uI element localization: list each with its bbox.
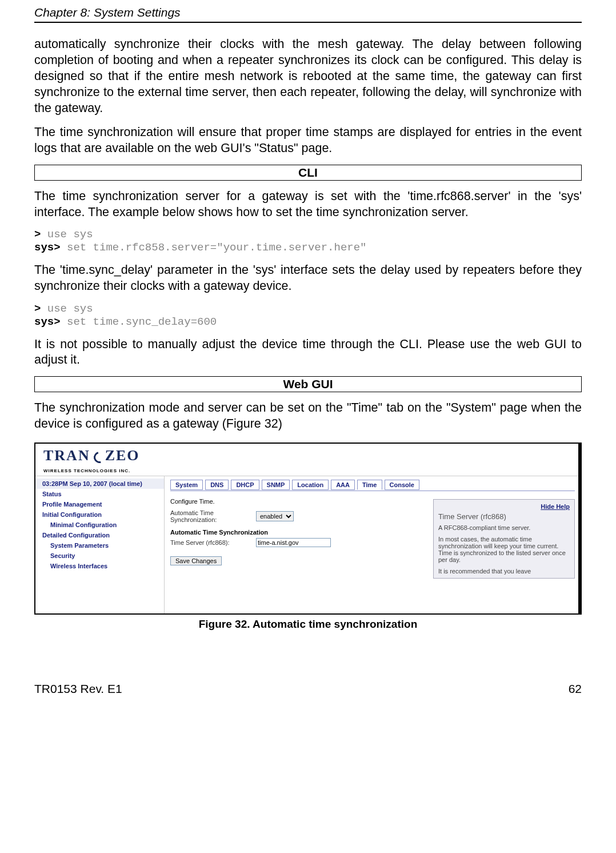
help-line-2: In most cases, the automatic time synchr… <box>438 536 570 563</box>
footer-page-number: 62 <box>569 682 582 696</box>
tab-location[interactable]: Location <box>292 480 329 490</box>
logo-bar: TRANZEO WIRELESS TECHNOLOGIES INC. <box>35 444 581 476</box>
tab-dns[interactable]: DNS <box>205 480 229 490</box>
sidebar: 03:28PM Sep 10, 2007 (local time) Status… <box>35 476 165 613</box>
cli-block-1: > use sys sys> set time.rfc858.server="y… <box>34 228 582 254</box>
sidebar-item-security[interactable]: Security <box>35 551 164 561</box>
tab-dhcp[interactable]: DHCP <box>231 480 259 490</box>
save-changes-button[interactable]: Save Changes <box>170 556 222 565</box>
tab-underline <box>170 491 575 491</box>
chapter-heading: Chapter 8: System Settings <box>34 6 582 23</box>
paragraph-5: It is not possible to manually adjust th… <box>34 337 582 369</box>
time-server-input[interactable] <box>256 538 331 547</box>
figure-32: TRANZEO WIRELESS TECHNOLOGIES INC. 03:28… <box>34 443 582 615</box>
auto-sync-label: Automatic Time Synchronization: <box>170 509 256 523</box>
sidebar-item-wireless-interfaces[interactable]: Wireless Interfaces <box>35 561 164 571</box>
sidebar-item-detailed-configuration[interactable]: Detailed Configuration <box>35 530 164 540</box>
tab-system[interactable]: System <box>170 480 203 490</box>
paragraph-4: The 'time.sync_delay' parameter in the '… <box>34 262 582 294</box>
paragraph-3: The time synchronization server for a ga… <box>34 189 582 221</box>
logo-swoosh-icon <box>90 449 105 464</box>
cli-block-2: > use sys sys> set time.sync_delay=600 <box>34 302 582 329</box>
paragraph-2: The time synchronization will ensure tha… <box>34 125 582 157</box>
auto-sync-select[interactable]: enabled <box>256 511 294 521</box>
help-line-1: A RFC868-compliant time server. <box>438 524 570 531</box>
time-server-label: Time Server (rfc868): <box>170 539 256 546</box>
tab-aaa[interactable]: AAA <box>331 480 355 490</box>
webgui-section-heading: Web GUI <box>34 376 582 392</box>
help-panel: Hide Help Time Server (rfc868) A RFC868-… <box>433 499 575 579</box>
tab-time[interactable]: Time <box>357 480 382 490</box>
tab-bar: System DNS DHCP SNMP Location AAA Time C… <box>170 480 575 490</box>
figure-caption: Figure 32. Automatic time synchronizatio… <box>34 618 582 631</box>
main-panel: System DNS DHCP SNMP Location AAA Time C… <box>165 476 581 613</box>
cli-section-heading: CLI <box>34 165 582 181</box>
sidebar-item-system-parameters[interactable]: System Parameters <box>35 540 164 551</box>
paragraph-1: automatically synchronize their clocks w… <box>34 37 582 117</box>
tab-snmp[interactable]: SNMP <box>262 480 290 490</box>
footer-doc-id: TR0153 Rev. E1 <box>34 682 122 696</box>
sidebar-item-status[interactable]: Status <box>35 489 164 499</box>
hide-help-link[interactable]: Hide Help <box>438 503 570 510</box>
logo: TRANZEO <box>43 447 140 464</box>
help-line-3: It is recommended that you leave <box>438 568 570 575</box>
logo-subtext: WIRELESS TECHNOLOGIES INC. <box>43 468 130 473</box>
sidebar-item-minimal-configuration[interactable]: Minimal Configuration <box>35 520 164 530</box>
tab-console[interactable]: Console <box>385 480 419 490</box>
sidebar-item-initial-configuration[interactable]: Initial Configuration <box>35 509 164 520</box>
sidebar-time: 03:28PM Sep 10, 2007 (local time) <box>35 479 164 489</box>
sidebar-item-profile-management[interactable]: Profile Management <box>35 499 164 509</box>
paragraph-6: The synchronization mode and server can … <box>34 400 582 432</box>
help-title: Time Server (rfc868) <box>438 512 570 521</box>
